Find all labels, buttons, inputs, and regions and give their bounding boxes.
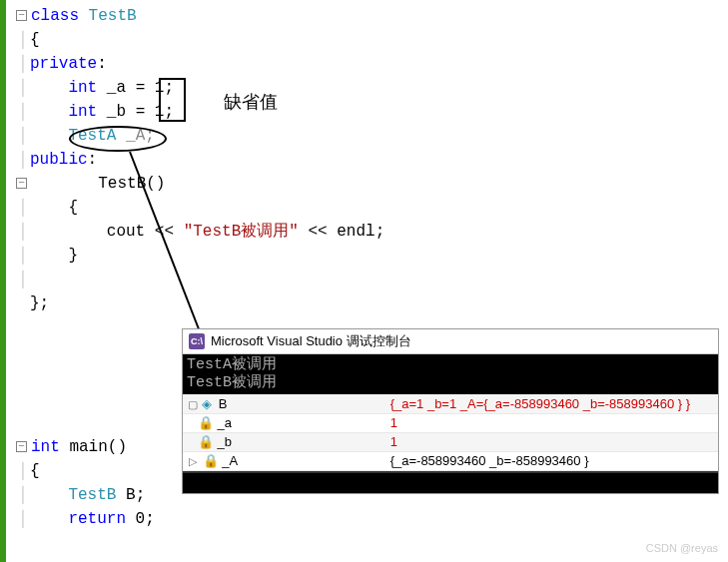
- lock-icon: 🔒: [203, 453, 219, 468]
- code-line: │ int _b = 1;: [16, 100, 728, 124]
- change-bar: [0, 0, 6, 562]
- code-line: │ }: [16, 244, 728, 268]
- table-row[interactable]: 🔒 _b 1: [183, 432, 718, 451]
- highlight-rect: [159, 78, 186, 122]
- fold-icon[interactable]: −: [16, 441, 27, 452]
- table-row[interactable]: ▷ 🔒 _A {_a=-858993460 _b=-858993460 }: [183, 451, 718, 470]
- code-line: │ cout << "TestB被调用" << endl;: [16, 220, 728, 244]
- code-line: │: [16, 268, 728, 291]
- var-value: 1: [390, 434, 397, 449]
- highlight-ellipse: [69, 126, 167, 152]
- variable-icon: ◈: [199, 396, 215, 411]
- fold-icon[interactable]: −: [16, 10, 27, 21]
- var-value: {_a=1 _b=1 _A={_a=-858993460 _b=-8589934…: [390, 396, 690, 411]
- var-value: {_a=-858993460 _b=-858993460 }: [390, 453, 589, 468]
- vs-icon: C:\: [189, 333, 205, 349]
- code-line: − TestB(): [16, 172, 728, 196]
- var-name: _A: [222, 453, 238, 468]
- console-title-text: Microsoft Visual Studio 调试控制台: [211, 332, 411, 350]
- code-line: │private:: [16, 52, 728, 76]
- code-line: │ return 0;: [16, 507, 728, 531]
- console-output: TestA被调用 TestB被调用: [183, 354, 718, 394]
- code-line: };: [16, 291, 728, 315]
- fold-icon[interactable]: −: [16, 178, 27, 189]
- table-row[interactable]: ▢◈ B {_a=1 _b=1 _A={_a=-858993460 _b=-85…: [183, 394, 718, 413]
- code-line: −class TestB: [16, 4, 728, 28]
- console-line: TestA被调用: [187, 356, 714, 374]
- code-line: │ {: [16, 196, 728, 220]
- code-line: │ int _a = 1;: [16, 76, 728, 100]
- expander-icon[interactable]: ▷: [187, 455, 199, 468]
- lock-icon: 🔒: [198, 434, 214, 449]
- console-line: TestB被调用: [187, 374, 714, 392]
- watch-table[interactable]: ▢◈ B {_a=1 _b=1 _A={_a=-858993460 _b=-85…: [183, 394, 718, 471]
- code-line: │{: [16, 28, 728, 52]
- table-row[interactable]: 🔒 _a 1: [183, 413, 718, 432]
- var-name: _a: [217, 415, 231, 430]
- watermark: CSDN @reyas: [646, 542, 718, 554]
- var-name: B: [219, 396, 228, 411]
- console-footer: [183, 471, 718, 493]
- var-name: _b: [217, 434, 231, 449]
- debug-console-window: C:\ Microsoft Visual Studio 调试控制台 TestA被…: [182, 328, 719, 494]
- lock-icon: 🔒: [198, 415, 214, 430]
- console-titlebar[interactable]: C:\ Microsoft Visual Studio 调试控制台: [183, 329, 718, 354]
- var-value: 1: [390, 415, 397, 430]
- expander-icon[interactable]: ▢: [187, 398, 199, 411]
- annotation-label: 缺省值: [224, 90, 278, 114]
